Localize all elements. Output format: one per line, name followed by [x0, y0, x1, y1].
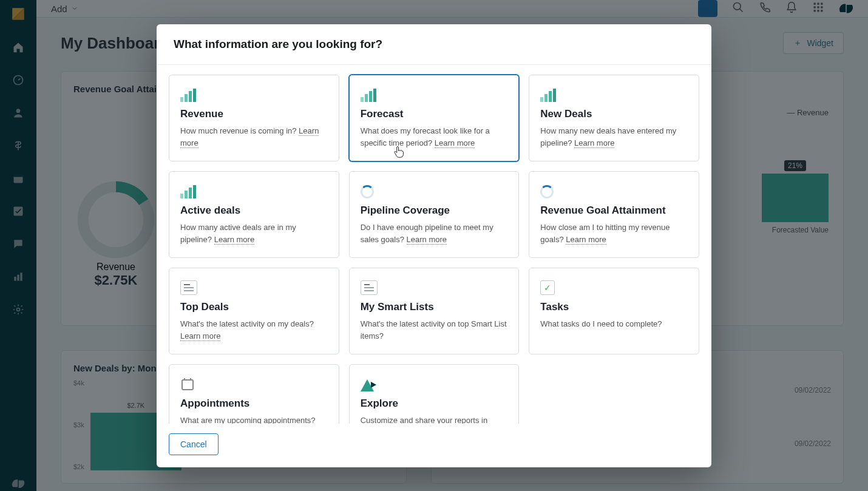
- calendar-icon: [180, 376, 328, 391]
- tile-explore[interactable]: Explore Customize and share your reports…: [349, 364, 520, 424]
- svg-rect-26: [193, 89, 196, 102]
- svg-rect-30: [373, 89, 376, 102]
- svg-rect-39: [182, 380, 193, 390]
- tile-new-deals[interactable]: New Deals How many new deals have entere…: [529, 75, 699, 161]
- cancel-button[interactable]: Cancel: [169, 433, 219, 455]
- tile-title: Active deals: [180, 205, 328, 217]
- tile-tasks[interactable]: ✓ Tasks What tasks do I need to complete…: [529, 268, 699, 354]
- tile-title: Tasks: [540, 301, 688, 313]
- tile-title: Pipeline Coverage: [361, 205, 508, 217]
- svg-rect-24: [185, 94, 188, 102]
- tile-top-deals[interactable]: Top Deals What's the latest activity on …: [169, 268, 339, 354]
- svg-rect-33: [549, 91, 552, 102]
- svg-rect-37: [189, 188, 192, 198]
- spinner-icon: [540, 183, 688, 198]
- learn-more-link[interactable]: Learn more: [407, 235, 447, 245]
- tile-desc: Customize and share your reports in Expl…: [361, 416, 488, 424]
- learn-more-link[interactable]: Learn more: [214, 235, 254, 245]
- tile-appointments[interactable]: Appointments What are my upcoming appoin…: [169, 364, 339, 424]
- tile-revenue-goal-attainment[interactable]: Revenue Goal Attainment How close am I t…: [529, 171, 699, 258]
- learn-more-link[interactable]: Learn more: [435, 138, 475, 148]
- bar-chart-icon: [361, 86, 508, 102]
- learn-more-link[interactable]: Learn more: [574, 138, 614, 148]
- tile-title: Top Deals: [180, 301, 328, 313]
- modal-header: What information are you looking for?: [157, 24, 711, 65]
- spinner-icon: [361, 183, 508, 198]
- modal-title: What information are you looking for?: [174, 38, 694, 51]
- tile-active-deals[interactable]: Active deals How many active deals are i…: [169, 171, 339, 258]
- tile-desc: What are my upcoming appointments?: [180, 416, 316, 424]
- tile-revenue[interactable]: Revenue How much revenue is coming in? L…: [169, 75, 339, 161]
- svg-rect-25: [189, 91, 192, 102]
- svg-rect-35: [180, 194, 183, 198]
- bar-chart-icon: [180, 183, 328, 198]
- svg-rect-32: [544, 94, 548, 102]
- tile-title: Explore: [361, 398, 508, 410]
- tile-desc: What's the latest activity on my deals?: [180, 319, 314, 328]
- tile-smart-lists[interactable]: My Smart Lists What's the latest activit…: [349, 268, 520, 354]
- modal-body: Revenue How much revenue is coming in? L…: [157, 65, 711, 424]
- tile-desc: What's the latest activity on top Smart …: [361, 319, 507, 340]
- svg-rect-34: [553, 89, 556, 102]
- check-icon: ✓: [540, 279, 688, 295]
- explore-icon: [361, 376, 508, 391]
- tile-forecast[interactable]: Forecast What does my forecast look like…: [349, 75, 520, 161]
- tile-title: My Smart Lists: [361, 301, 508, 313]
- tile-desc: How much revenue is coming in?: [180, 126, 296, 135]
- tile-title: New Deals: [540, 108, 688, 120]
- bar-chart-icon: [180, 86, 328, 102]
- svg-marker-41: [371, 382, 376, 388]
- widget-picker-modal: What information are you looking for? Re…: [157, 24, 711, 467]
- svg-rect-31: [540, 97, 543, 102]
- tile-pipeline-coverage[interactable]: Pipeline Coverage Do I have enough pipel…: [349, 171, 520, 258]
- svg-rect-29: [369, 91, 372, 102]
- learn-more-link[interactable]: Learn more: [566, 235, 606, 245]
- tile-title: Forecast: [361, 108, 508, 120]
- list-icon: [180, 279, 328, 295]
- learn-more-link[interactable]: Learn more: [180, 331, 220, 341]
- svg-rect-23: [180, 97, 183, 102]
- svg-rect-38: [193, 185, 196, 198]
- svg-rect-36: [185, 191, 188, 198]
- tile-title: Revenue: [180, 108, 328, 120]
- tile-title: Revenue Goal Attainment: [540, 205, 688, 217]
- list-icon: [361, 279, 508, 295]
- svg-rect-28: [365, 94, 368, 102]
- tile-desc: What tasks do I need to complete?: [540, 319, 662, 328]
- modal-footer: Cancel: [157, 424, 711, 467]
- svg-rect-27: [361, 97, 364, 102]
- tile-title: Appointments: [180, 398, 328, 410]
- bar-chart-icon: [540, 86, 688, 102]
